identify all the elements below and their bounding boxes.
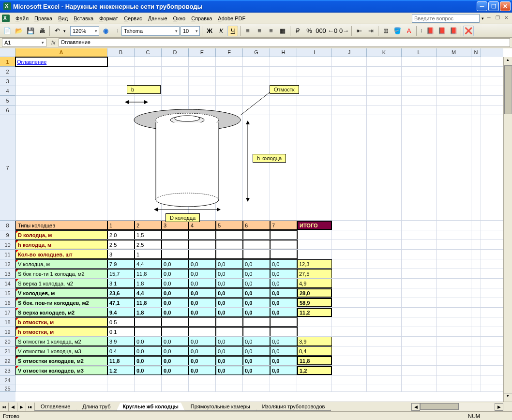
- cell[interactable]: 0,0: [189, 279, 216, 288]
- cell[interactable]: 0,0: [270, 298, 297, 307]
- col-header-G[interactable]: G: [243, 48, 270, 57]
- cell[interactable]: 11,8: [107, 356, 135, 365]
- cell[interactable]: [367, 317, 402, 327]
- cell[interactable]: 58,9: [297, 298, 332, 307]
- menu-вставка[interactable]: Вставка: [71, 15, 96, 22]
- row-header-14[interactable]: 14: [0, 279, 15, 288]
- cell[interactable]: 0,4: [107, 346, 135, 356]
- cell[interactable]: [189, 327, 216, 336]
- cell[interactable]: [402, 240, 437, 249]
- cell[interactable]: [189, 317, 216, 327]
- cell[interactable]: [15, 105, 107, 115]
- vertical-scrollbar[interactable]: ▴ ▾: [503, 57, 512, 402]
- row-header-2[interactable]: 2: [0, 67, 15, 76]
- row-header-13[interactable]: 13: [0, 269, 15, 279]
- cell[interactable]: [216, 230, 243, 240]
- cell[interactable]: 0,0: [243, 279, 270, 288]
- row-header-9[interactable]: 9: [0, 230, 15, 240]
- column-headers[interactable]: ABCDEFGHIJKLMN: [15, 48, 503, 57]
- menu-правка[interactable]: Правка: [31, 15, 55, 22]
- row-header-6[interactable]: 6: [0, 105, 15, 115]
- cell[interactable]: [243, 250, 270, 259]
- question-dropdown-icon[interactable]: ▾: [482, 16, 484, 21]
- cell[interactable]: [437, 259, 471, 269]
- cell[interactable]: [332, 317, 367, 327]
- pdf-email-button[interactable]: 📕: [437, 26, 447, 36]
- row-header-4[interactable]: 4: [0, 86, 15, 96]
- cell[interactable]: V колодца, м: [15, 259, 107, 269]
- cell[interactable]: 0,0: [189, 288, 216, 298]
- select-all-corner[interactable]: [0, 48, 15, 57]
- cell[interactable]: [437, 288, 471, 298]
- cell[interactable]: [402, 298, 437, 307]
- cell[interactable]: [332, 308, 367, 317]
- cell[interactable]: [437, 337, 471, 346]
- cell[interactable]: 3,1: [107, 279, 135, 288]
- cell[interactable]: [270, 57, 297, 66]
- cell[interactable]: [332, 298, 367, 307]
- cell[interactable]: [15, 76, 107, 86]
- sheet-tab-0[interactable]: Оглавление: [34, 403, 76, 411]
- cell[interactable]: 0,0: [162, 346, 189, 356]
- menu-формат[interactable]: Формат: [96, 15, 121, 22]
- cell[interactable]: 47,1: [107, 298, 135, 307]
- cell[interactable]: [15, 115, 107, 220]
- col-header-E[interactable]: E: [189, 48, 216, 57]
- format-toolbar-options-icon[interactable]: ⁞: [419, 29, 424, 33]
- cell[interactable]: [471, 288, 481, 298]
- row-header-23[interactable]: 23: [0, 366, 15, 375]
- cell[interactable]: [367, 366, 402, 375]
- col-header-B[interactable]: B: [107, 48, 135, 57]
- cell[interactable]: [402, 250, 437, 259]
- cell[interactable]: 0,0: [216, 298, 243, 307]
- cell[interactable]: 1,5: [135, 230, 162, 240]
- cell[interactable]: [15, 86, 107, 95]
- cell[interactable]: [367, 221, 402, 230]
- cell[interactable]: [15, 375, 107, 385]
- cell[interactable]: [189, 57, 216, 66]
- cell[interactable]: [402, 356, 437, 365]
- cell[interactable]: [332, 269, 367, 278]
- cell[interactable]: S отмостки колодцев, м2: [15, 356, 107, 365]
- cell[interactable]: [471, 269, 481, 278]
- row-header-3[interactable]: 3: [0, 76, 15, 86]
- cell[interactable]: 1,8: [135, 279, 162, 288]
- help-question-input[interactable]: [412, 14, 480, 23]
- cell[interactable]: 0,0: [189, 356, 216, 365]
- cell[interactable]: 28,0: [297, 288, 332, 298]
- cell[interactable]: [471, 308, 481, 317]
- cell[interactable]: 0,0: [243, 337, 270, 346]
- cell[interactable]: [367, 279, 402, 288]
- cell[interactable]: [243, 327, 270, 336]
- cell[interactable]: 0,0: [243, 346, 270, 356]
- cell[interactable]: [297, 230, 332, 240]
- cell[interactable]: 0,0: [270, 337, 297, 346]
- row-header-10[interactable]: 10: [0, 240, 15, 250]
- cell[interactable]: 0,0: [162, 356, 189, 365]
- cell[interactable]: 0,0: [135, 346, 162, 356]
- cell[interactable]: [107, 67, 135, 76]
- fill-color-button[interactable]: 🪣: [392, 26, 403, 36]
- cell[interactable]: [437, 385, 471, 391]
- formula-input[interactable]: Оглавление: [59, 38, 510, 47]
- cell[interactable]: [367, 86, 402, 95]
- minimize-button[interactable]: ─: [477, 1, 487, 11]
- cell[interactable]: [270, 230, 297, 240]
- cell[interactable]: [216, 240, 243, 249]
- cell[interactable]: [162, 57, 189, 66]
- help-button[interactable]: ◉: [100, 26, 111, 36]
- cell[interactable]: [332, 259, 367, 269]
- cell[interactable]: [471, 279, 481, 288]
- menu-файл[interactable]: Файл: [13, 15, 31, 22]
- cell[interactable]: [332, 250, 367, 259]
- underline-button[interactable]: Ч: [227, 26, 238, 36]
- cell[interactable]: [297, 375, 332, 385]
- cell[interactable]: [270, 375, 297, 385]
- cell[interactable]: [471, 356, 481, 365]
- cell[interactable]: [402, 221, 437, 230]
- first-sheet-button[interactable]: ⏮: [0, 403, 9, 411]
- cell[interactable]: [189, 240, 216, 249]
- cell[interactable]: Типы колодцев: [15, 221, 107, 230]
- cell[interactable]: [437, 67, 471, 76]
- cell[interactable]: 0,4: [297, 346, 332, 356]
